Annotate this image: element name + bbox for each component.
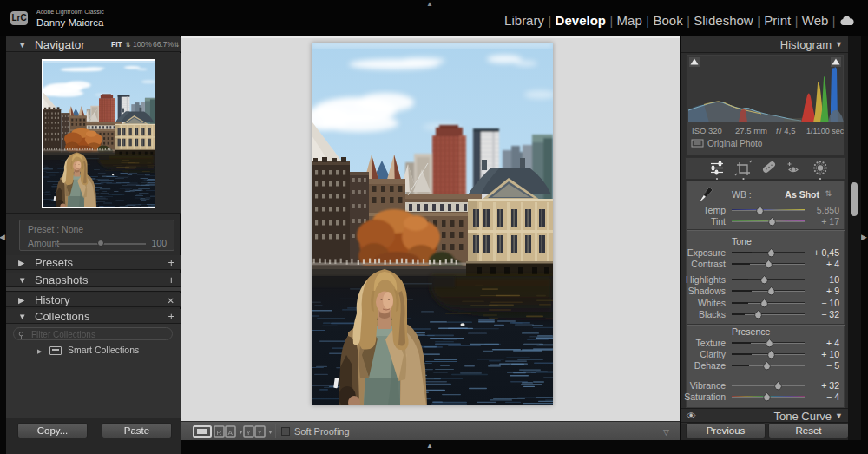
svg-text:27.5 mm: 27.5 mm (735, 126, 767, 135)
svg-text:1/1100 sec: 1/1100 sec (806, 127, 844, 135)
svg-text:Original Photo: Original Photo (707, 139, 763, 148)
svg-text:Y: Y (247, 429, 252, 437)
svg-text:Y: Y (258, 429, 263, 437)
svg-text:A: A (228, 429, 233, 437)
svg-text:/ 4,5: / 4,5 (779, 126, 796, 135)
svg-text:R: R (217, 429, 222, 437)
svg-text:ISO 320: ISO 320 (692, 126, 722, 135)
